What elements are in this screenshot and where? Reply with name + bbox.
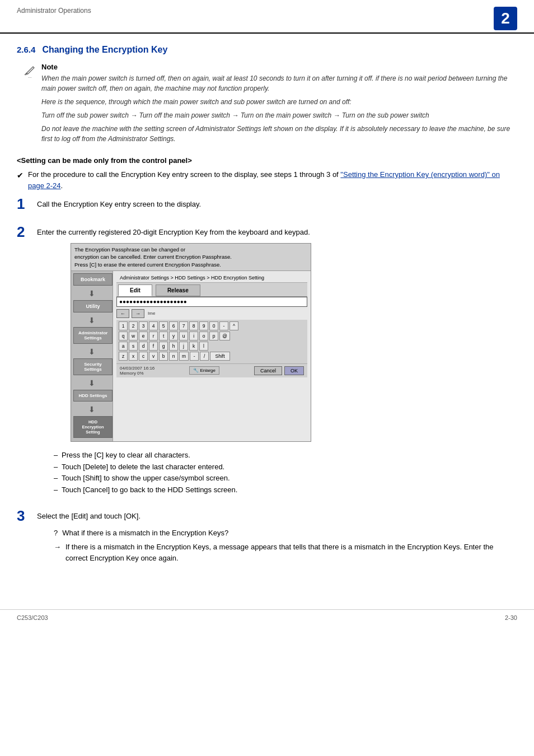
tab-release[interactable]: Release	[156, 284, 200, 296]
key-1[interactable]: 1	[119, 321, 128, 330]
svg-text:...: ...	[28, 74, 32, 78]
section-title: Changing the Encryption Key	[42, 45, 167, 55]
key-caret[interactable]: ^	[229, 321, 238, 330]
key-t[interactable]: t	[159, 332, 168, 340]
key-2[interactable]: 2	[129, 321, 138, 330]
screen-sidebar: Bookmark ⬇ Utility ⬇ Administrator Setti…	[71, 271, 113, 441]
key-at[interactable]: @	[219, 332, 230, 340]
sidebar-sep-5: ⬇	[73, 405, 110, 414]
key-j[interactable]: j	[179, 342, 188, 351]
page-footer: C253/C203 2-30	[0, 609, 534, 626]
screen-simulation: The Encryption Passphrase can be changed…	[71, 243, 311, 442]
key-7[interactable]: 7	[179, 321, 188, 330]
key-h[interactable]: h	[169, 342, 178, 351]
screen-date: 04/03/2007 16:16	[120, 366, 154, 371]
key-v[interactable]: v	[149, 352, 158, 361]
key-6[interactable]: 6	[169, 321, 178, 330]
nav-fwd-btn[interactable]: →	[132, 309, 144, 318]
key-5[interactable]: 5	[159, 321, 168, 330]
bullet-3: Touch [Shift] to show the upper case/sym…	[54, 473, 517, 484]
key-9[interactable]: 9	[199, 321, 208, 330]
checkmark-icon: ✔	[17, 170, 24, 191]
sidebar-admin-settings[interactable]: Administrator Settings	[73, 327, 113, 344]
arrow-icon: →	[54, 542, 61, 563]
section-number: 2.6.4	[17, 45, 35, 54]
setting-header: <Setting can be made only from the contr…	[17, 156, 517, 165]
key-b[interactable]: b	[159, 352, 168, 361]
key-minus[interactable]: -	[219, 321, 228, 330]
key-r[interactable]: r	[149, 332, 158, 340]
key-q[interactable]: q	[119, 332, 128, 340]
key-shift[interactable]: Shift	[210, 352, 230, 361]
key-g[interactable]: g	[159, 342, 168, 351]
step-3-text: Select the [Edit] and touch [OK].	[37, 511, 517, 522]
key-w[interactable]: w	[129, 332, 138, 340]
link-text[interactable]: "Setting the Encryption Key (encryption …	[28, 170, 500, 190]
sidebar-hdd-settings[interactable]: HDD Settings	[73, 390, 113, 402]
bullet-4: Touch [Cancel] to go back to the HDD Set…	[54, 484, 517, 496]
question-text: What if there is a mismatch in the Encry…	[62, 528, 517, 539]
sidebar-bookmark[interactable]: Bookmark	[73, 273, 113, 286]
key-l[interactable]: l	[199, 342, 208, 351]
note-para-1: When the main power switch is turned off…	[41, 73, 517, 94]
key-0[interactable]: 0	[209, 321, 218, 330]
step-2: 2 Enter the currently registered 20-digi…	[17, 225, 517, 500]
kbd-row-2: q w e r t y u i o p @	[119, 332, 305, 340]
note-title: Note	[41, 63, 517, 71]
screen-input-row: ●●●●●●●●●●●●●●●●●●●●	[116, 297, 307, 307]
key-f[interactable]: f	[149, 342, 158, 351]
key-p[interactable]: p	[209, 332, 218, 340]
qa-question: ? What if there is a mismatch in the Enc…	[37, 528, 517, 539]
screen-info-line3: Press [C] to erase the entered current E…	[74, 261, 307, 268]
step-3-content: Select the [Edit] and touch [OK]. ? What…	[37, 508, 517, 567]
kbd-row-4: z x c v b n m - / Shift	[119, 352, 305, 361]
bullet-2: Touch [Delete] to delete the last charac…	[54, 461, 517, 473]
footer-right: 2-30	[505, 614, 517, 621]
key-z[interactable]: z	[119, 352, 128, 361]
note-para-3: Turn off the sub power switch → Turn off…	[41, 110, 517, 120]
key-8[interactable]: 8	[189, 321, 198, 330]
sidebar-hdd-encryption[interactable]: HDD Encryption Setting	[73, 416, 113, 438]
screen-info-line2: encryption can be cancelled. Enter curre…	[74, 253, 307, 260]
screen-tab-row: Edit Release	[116, 283, 307, 297]
kbd-row-1: 1 2 3 4 5 6 7 8 9 0 - ^	[119, 321, 305, 330]
key-k[interactable]: k	[189, 342, 198, 351]
screen-body: Administrator Settings > HDD Settings > …	[113, 271, 311, 441]
step-1-text: Call the Encryption Key entry screen to …	[37, 199, 517, 210]
key-n[interactable]: n	[169, 352, 178, 361]
note-paragraphs: When the main power switch is turned off…	[41, 73, 517, 144]
key-c[interactable]: c	[139, 352, 148, 361]
key-3[interactable]: 3	[139, 321, 148, 330]
answer-text: If there is a mismatch in the Encryption…	[65, 542, 517, 563]
nav-back-btn[interactable]: ←	[116, 309, 129, 318]
step-1: 1 Call the Encryption Key entry screen t…	[17, 197, 517, 216]
key-e[interactable]: e	[139, 332, 148, 340]
tab-edit[interactable]: Edit	[118, 284, 152, 296]
sidebar-security-settings[interactable]: Security Settings	[73, 358, 113, 375]
key-i[interactable]: i	[189, 332, 198, 340]
ok-button[interactable]: OK	[284, 366, 304, 375]
key-m[interactable]: m	[179, 352, 189, 361]
sidebar-utility[interactable]: Utility	[73, 300, 113, 312]
key-d[interactable]: d	[139, 342, 148, 351]
key-u[interactable]: u	[179, 332, 188, 340]
key-4[interactable]: 4	[149, 321, 158, 330]
key-slash[interactable]: /	[200, 352, 209, 361]
screen-input[interactable]: ●●●●●●●●●●●●●●●●●●●●	[116, 297, 307, 307]
key-y[interactable]: y	[169, 332, 178, 340]
key-x[interactable]: x	[129, 352, 138, 361]
step-1-number: 1	[17, 197, 29, 211]
page-number: 2	[494, 7, 517, 30]
sidebar-sep-1: ⬇	[73, 289, 110, 298]
key-o[interactable]: o	[199, 332, 208, 340]
screen-icon-area: 🔧 Enlarge	[189, 366, 219, 375]
screen-with-sidebar: Bookmark ⬇ Utility ⬇ Administrator Setti…	[71, 271, 311, 441]
note-content: Note When the main power switch is turne…	[41, 63, 517, 147]
key-a[interactable]: a	[119, 342, 128, 351]
sidebar-sep-3: ⬇	[73, 347, 110, 356]
nav-label: Ime	[148, 311, 155, 316]
cancel-button[interactable]: Cancel	[254, 366, 282, 375]
key-s[interactable]: s	[129, 342, 138, 351]
key-dash[interactable]: -	[190, 352, 199, 361]
step-2-number: 2	[17, 225, 29, 239]
